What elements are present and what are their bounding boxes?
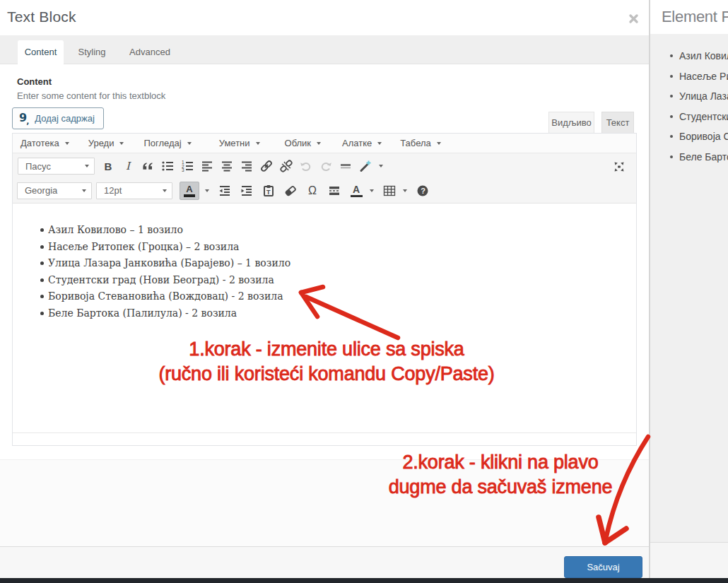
menu-tools[interactable]: Алатке: [342, 134, 382, 153]
bottom-dark-bar: [0, 578, 728, 583]
svg-text:3: 3: [182, 167, 184, 172]
table-button[interactable]: [380, 181, 399, 201]
horizontal-rule-icon: [339, 159, 353, 173]
align-left-button[interactable]: [197, 156, 217, 176]
help-icon: ?: [416, 184, 430, 198]
chevron-down-icon: [163, 189, 167, 192]
save-button[interactable]: Sačuvaj: [564, 556, 642, 578]
list-item: Студентски град (Нови Београд) - 2 возил…: [40, 272, 636, 289]
paste-text-button[interactable]: T: [259, 181, 278, 201]
element-preview-panel: Element Preview Азил Ковилово – 1 возило…: [650, 0, 728, 579]
menu-format[interactable]: Облик: [285, 134, 322, 153]
tab-advanced[interactable]: Advanced: [124, 40, 176, 65]
numbered-list-button[interactable]: 123: [177, 156, 197, 176]
text-color-button[interactable]: A: [180, 182, 199, 200]
align-left-icon: [200, 159, 214, 173]
close-icon[interactable]: [627, 12, 640, 25]
builder-icon: 9,: [19, 112, 30, 124]
preview-item: Улица Лазара Јанковића (Барајево) – 1 во…: [670, 86, 728, 107]
blockquote-icon: [141, 159, 155, 173]
table-dropdown[interactable]: [399, 181, 411, 201]
link-button[interactable]: [257, 156, 276, 176]
list-item: Беле Бартока (Палилула) - 2 возила: [40, 305, 636, 322]
redo-button[interactable]: [316, 156, 336, 176]
editor-toolbar-row2: Georgia 12pt A T: [13, 178, 636, 203]
list-item: Азил Ковилово – 1 возило: [40, 222, 636, 239]
editor-tab-text[interactable]: Текст: [601, 112, 634, 133]
preview-item: Азил Ковилово – 1 возило: [670, 46, 728, 66]
paste-icon: T: [262, 184, 276, 198]
chevron-down-icon: [205, 189, 209, 192]
indent-button[interactable]: [237, 181, 257, 201]
help-button[interactable]: ?: [413, 181, 433, 201]
editor-tab-visual[interactable]: Видљиво: [548, 112, 594, 133]
align-right-button[interactable]: [237, 156, 257, 176]
numbered-list-icon: 123: [180, 159, 194, 173]
add-content-button[interactable]: 9, Додај садржај: [12, 107, 104, 129]
screen: Text Block Content Styling Advanced Cont…: [0, 0, 728, 583]
chevron-down-icon: [256, 142, 260, 145]
text-color-dropdown[interactable]: [201, 181, 213, 201]
dialog-footer: Sačuvaj: [0, 546, 649, 579]
menu-edit[interactable]: Уреди: [88, 134, 124, 153]
align-right-icon: [240, 159, 254, 173]
font-size-select[interactable]: 12pt: [96, 182, 172, 199]
tab-panel-content: Content Enter some content for this text…: [0, 64, 649, 546]
dialog-tabs: Content Styling Advanced: [0, 35, 649, 64]
dialog-title: Text Block: [7, 8, 76, 25]
underline-color-dropdown[interactable]: [366, 181, 377, 201]
svg-text:?: ?: [421, 187, 425, 195]
bold-button[interactable]: B: [98, 156, 118, 176]
horizontal-rule-button[interactable]: [336, 156, 356, 176]
list-item: Насеље Ритопек (Гроцка) – 2 возила: [40, 239, 636, 256]
underline-color-button[interactable]: A: [346, 181, 366, 201]
unlink-button[interactable]: [276, 156, 296, 176]
chevron-down-icon: [65, 142, 69, 145]
italic-button[interactable]: I: [118, 156, 138, 176]
menu-file[interactable]: Датотека: [20, 134, 69, 153]
list-item: Боривоја Стевановића (Вождовац) - 2 вози…: [40, 288, 636, 305]
editor-menubar: Датотека Уреди Погледај Уметни Облик Ала…: [13, 134, 636, 153]
vehicle-list: Азил Ковилово – 1 возило Насеље Ритопек …: [40, 222, 636, 322]
editor-content[interactable]: Азил Ковилово – 1 возило Насеље Ритопек …: [13, 203, 636, 432]
add-content-label: Додај садржај: [35, 113, 95, 124]
close-x-icon: [628, 13, 639, 24]
chevron-down-icon: [187, 142, 192, 145]
chevron-down-icon: [85, 165, 89, 167]
special-char-button[interactable]: Ω: [303, 181, 322, 201]
outdent-button[interactable]: [215, 181, 235, 201]
editor-statusbar: [13, 432, 636, 445]
clear-formatting-button[interactable]: [281, 181, 300, 201]
read-more-button[interactable]: [324, 181, 344, 201]
chevron-down-icon: [437, 142, 441, 145]
read-more-icon: [327, 184, 341, 198]
wand-dropdown[interactable]: [375, 156, 387, 176]
table-icon: [382, 184, 397, 198]
svg-text:T: T: [266, 188, 271, 195]
indent-icon: [240, 184, 254, 198]
tab-styling[interactable]: Styling: [71, 40, 113, 65]
menu-table[interactable]: Табела: [400, 134, 441, 153]
magic-wand-icon: [358, 159, 372, 173]
text-block-dialog: Text Block Content Styling Advanced Cont…: [0, 0, 649, 583]
bullet-list-button[interactable]: [158, 156, 177, 176]
format-select[interactable]: Пасус: [18, 158, 95, 175]
chevron-down-icon: [317, 142, 321, 145]
eraser-icon: [283, 184, 298, 198]
font-family-select[interactable]: Georgia: [17, 182, 92, 199]
undo-button[interactable]: [296, 156, 316, 176]
align-center-button[interactable]: [217, 156, 237, 176]
chevron-down-icon: [82, 189, 86, 192]
chevron-down-icon: [370, 189, 374, 192]
menu-insert[interactable]: Уметни: [219, 134, 260, 153]
fullscreen-button[interactable]: [609, 157, 629, 177]
menu-view[interactable]: Погледај: [143, 134, 191, 153]
blockquote-button[interactable]: [138, 156, 158, 176]
tab-content[interactable]: Content: [18, 40, 64, 65]
preview-item: Беле Бартока (Палилула) - 2 возила: [670, 147, 728, 167]
align-center-icon: [220, 159, 234, 173]
shortcode-wand-button[interactable]: [356, 156, 375, 176]
font-color-icon: A: [353, 184, 360, 194]
options-lower-area: [0, 459, 649, 546]
preview-item: Студентски град (Нови Београд) - 2 возил…: [670, 107, 728, 127]
